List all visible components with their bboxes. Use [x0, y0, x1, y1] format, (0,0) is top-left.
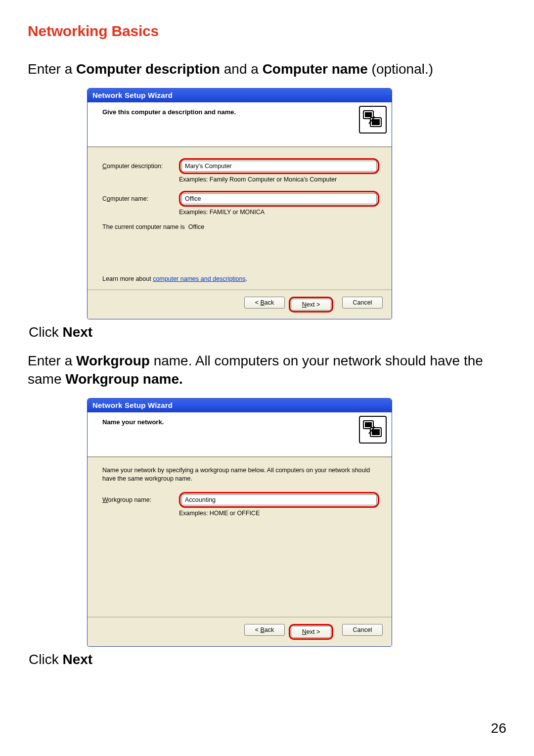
computer-name-example: Examples: FAMILY or MONICA: [179, 209, 379, 216]
text: and a: [220, 61, 263, 77]
button-label: Next >: [302, 628, 320, 635]
text: Click: [29, 652, 62, 667]
hotkey: W: [102, 496, 108, 503]
wizard-body: Computer description: Examples: Family R…: [88, 147, 392, 289]
learn-more-link[interactable]: computer names and descriptions: [153, 275, 246, 282]
click-next-1: Click Next: [29, 324, 506, 340]
wizard-body: Name your network by specifying a workgr…: [88, 457, 392, 617]
page-number: 26: [491, 720, 506, 736]
text: Click: [29, 324, 62, 340]
label-text: mputer name:: [110, 195, 148, 202]
button-label: Next >: [302, 301, 320, 308]
next-button[interactable]: Next >: [291, 626, 331, 638]
hotkey: C: [102, 163, 107, 170]
wizard-header: Name your network.: [88, 412, 392, 457]
workgroup-name-example: Examples: HOME or OFFICE: [179, 510, 379, 517]
computer-description-label: Computer description:: [102, 163, 179, 170]
text-bold: Computer description: [76, 61, 220, 77]
computers-icon: [359, 416, 387, 444]
text: (optional.): [368, 61, 433, 77]
button-label: < Back: [255, 626, 274, 633]
current-name-value: Office: [188, 223, 204, 230]
text: The current computer name is: [102, 223, 186, 230]
back-button[interactable]: < Back: [244, 624, 285, 636]
svg-rect-5: [365, 422, 372, 427]
network-setup-wizard-1: Network Setup Wizard Give this computer …: [87, 88, 392, 319]
instruction-2: Enter a Workgroup name. All computers on…: [28, 352, 506, 388]
workgroup-name-label: Workgroup name:: [102, 496, 179, 503]
highlight-ring: [179, 191, 379, 207]
text-bold: Workgroup: [76, 353, 150, 368]
computer-name-input[interactable]: [181, 193, 377, 204]
highlight-ring: [179, 492, 379, 508]
click-next-2: Click Next: [29, 652, 506, 667]
text: .: [246, 275, 247, 282]
computer-description-example: Examples: Family Room Computer or Monica…: [179, 176, 379, 183]
cancel-button[interactable]: Cancel: [342, 624, 383, 636]
learn-more: Learn more about computer names and desc…: [102, 275, 247, 282]
computer-description-input[interactable]: [181, 161, 377, 172]
wizard-footer: < Back Next > Cancel: [88, 617, 392, 646]
text-bold: Next: [62, 652, 92, 667]
next-button[interactable]: Next >: [291, 299, 331, 311]
hotkey: o: [107, 195, 110, 202]
instruction-1: Enter a Computer description and a Compu…: [28, 60, 506, 78]
back-button[interactable]: < Back: [244, 297, 285, 309]
wizard-intro-text: Name your network by specifying a workgr…: [102, 466, 379, 483]
wizard-header: Give this computer a description and nam…: [88, 102, 392, 147]
label-text: C: [102, 195, 107, 202]
cancel-button[interactable]: Cancel: [342, 297, 383, 309]
page-heading: Networking Basics: [28, 23, 506, 40]
computer-name-label: Computer name:: [102, 195, 179, 202]
wizard-footer: < Back Next > Cancel: [88, 289, 392, 319]
window-title: Network Setup Wizard: [88, 89, 392, 102]
highlight-ring: [179, 158, 379, 174]
svg-rect-1: [365, 112, 372, 117]
text-bold: Next: [62, 324, 92, 340]
text-bold: Computer name: [263, 61, 368, 77]
svg-rect-7: [372, 429, 380, 435]
window-title: Network Setup Wizard: [88, 399, 392, 412]
text-bold: Workgroup name.: [65, 371, 183, 387]
network-setup-wizard-2: Network Setup Wizard Name your network. …: [87, 398, 392, 647]
text: Enter a: [28, 353, 76, 368]
text: Learn more about: [102, 275, 153, 282]
text: Enter a: [28, 61, 76, 77]
computers-icon: [359, 106, 387, 133]
highlight-ring: Next >: [289, 624, 333, 640]
label-text: orkgroup name:: [108, 496, 152, 503]
wizard-header-title: Name your network.: [102, 418, 357, 426]
workgroup-name-input[interactable]: [181, 494, 377, 505]
current-computer-name: The current computer name is Office: [102, 223, 379, 230]
label-text: omputer description:: [107, 163, 163, 170]
button-label: < Back: [255, 299, 274, 306]
svg-rect-3: [372, 119, 380, 125]
wizard-header-title: Give this computer a description and nam…: [102, 108, 357, 116]
highlight-ring: Next >: [289, 297, 333, 312]
